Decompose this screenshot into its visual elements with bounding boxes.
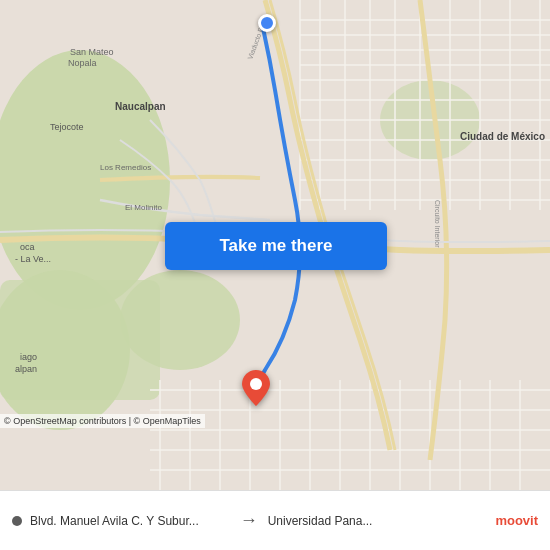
svg-text:oca: oca <box>20 242 35 252</box>
svg-text:Los Remedios: Los Remedios <box>100 163 151 172</box>
svg-text:Circuito Interior: Circuito Interior <box>434 200 441 248</box>
to-section: Universidad Pana... <box>268 514 486 528</box>
svg-text:Naucalpan: Naucalpan <box>115 101 166 112</box>
svg-text:El Molinito: El Molinito <box>125 203 162 212</box>
svg-text:San Mateo: San Mateo <box>70 47 114 57</box>
destination-pin <box>242 370 270 410</box>
origin-label: Blvd. Manuel Avila C. Y Subur... <box>30 514 199 528</box>
moovit-logo: moovit <box>495 513 538 528</box>
take-me-there-button[interactable]: Take me there <box>165 222 387 270</box>
svg-text:Ciudad de México: Ciudad de México <box>460 131 545 142</box>
svg-text:iago: iago <box>20 352 37 362</box>
svg-point-58 <box>250 378 262 390</box>
svg-rect-4 <box>0 280 160 400</box>
from-dot-icon <box>12 516 22 526</box>
svg-text:Nopala: Nopala <box>68 58 97 68</box>
osm-credit: © OpenStreetMap contributors | © OpenMap… <box>0 414 205 428</box>
svg-text:alpan: alpan <box>15 364 37 374</box>
destination-label: Universidad Pana... <box>268 514 373 528</box>
from-section: Blvd. Manuel Avila C. Y Subur... <box>12 514 230 528</box>
arrow-icon: → <box>240 510 258 531</box>
map-container: San Mateo Nopala Tejocote Naucalpan Los … <box>0 0 550 490</box>
bottom-navigation-bar: Blvd. Manuel Avila C. Y Subur... → Unive… <box>0 490 550 550</box>
svg-text:Tejocote: Tejocote <box>50 122 84 132</box>
origin-pin <box>258 14 276 32</box>
svg-text:- La Ve...: - La Ve... <box>15 254 51 264</box>
